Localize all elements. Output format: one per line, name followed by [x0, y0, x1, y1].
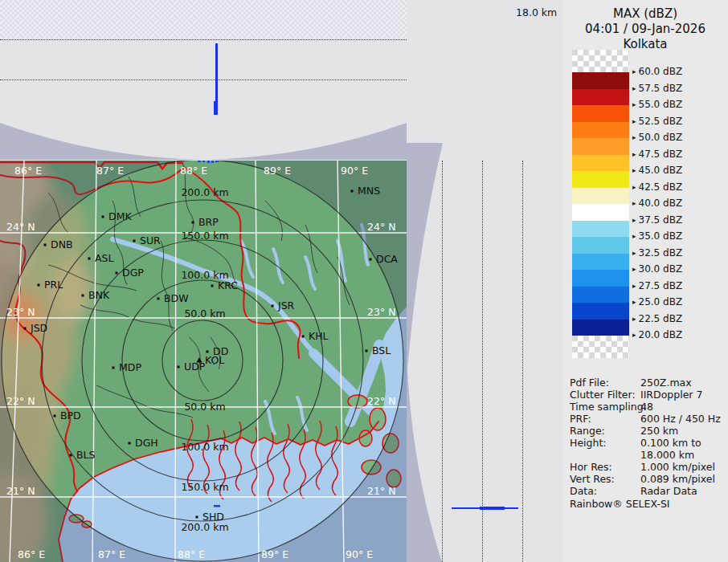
software-brand: Rainbow® SELEX-SI — [570, 498, 670, 510]
range-ring-label: 50.0 km — [184, 401, 225, 413]
info-label: Height: — [570, 437, 640, 449]
city-label: DGP — [122, 267, 144, 279]
scale-tick-arrow: ▸ — [632, 282, 636, 290]
info-value: 1.000 km/pixel — [640, 461, 727, 473]
info-row: Data:Radar Data — [570, 485, 727, 497]
info-row: Time sampling:48 — [570, 401, 727, 413]
city-marker — [178, 366, 180, 369]
height-gridline-v — [442, 161, 443, 562]
city-label: BDW — [164, 292, 189, 304]
wedge-right — [203, 123, 407, 160]
lat-label-right: 24° N — [367, 221, 395, 233]
city-marker — [54, 415, 56, 417]
dbz-color-scale — [572, 50, 629, 358]
city-marker — [133, 240, 136, 242]
info-label: Range: — [570, 425, 640, 437]
height-gridline-v — [522, 161, 523, 562]
city-marker — [24, 328, 27, 330]
city-marker — [102, 216, 104, 218]
city-label: BNK — [88, 289, 110, 301]
radar-map[interactable]: 200.0 km150.0 km100.0 km50.0 km50.0 km10… — [0, 161, 407, 562]
scale-tick: ▸60.0 dBZ — [632, 66, 682, 77]
info-label: Data: — [570, 485, 640, 497]
scale-tick-label: 32.5 dBZ — [639, 247, 683, 259]
lon-label-top: 87° E — [96, 165, 124, 177]
city-marker — [272, 305, 274, 307]
range-ring-label: 200.0 km — [181, 186, 228, 198]
city-marker — [116, 272, 118, 275]
city-label: MNS — [358, 185, 380, 197]
city-marker — [70, 454, 72, 457]
range-ring-label: 150.0 km — [181, 230, 228, 242]
info-row: Height:0.100 km to — [570, 437, 727, 449]
wedge-left — [0, 123, 203, 160]
info-label — [570, 449, 640, 461]
scale-tick-arrow: ▸ — [632, 100, 636, 108]
scale-tick-label: 27.5 dBZ — [639, 280, 683, 291]
info-value: IIRDoppler 7 — [640, 389, 727, 401]
scale-tick: ▸27.5 dBZ — [632, 280, 682, 291]
lon-label-bottom: 87° E — [98, 548, 125, 560]
scale-tick-label: 55.0 dBZ — [639, 99, 683, 110]
scale-tick: ▸47.5 dBZ — [632, 149, 682, 160]
city-label: MDP — [119, 361, 141, 373]
max-height-axis-label: 18.0 km — [516, 6, 557, 18]
info-label: Time sampling: — [570, 401, 640, 413]
info-row: Pdf File:250Z.max — [570, 377, 727, 389]
city-marker — [82, 295, 84, 297]
city-marker — [192, 222, 194, 224]
lat-label-right: 22° N — [367, 395, 395, 407]
no-data-wedge-right — [407, 120, 562, 562]
scale-tick: ▸57.5 dBZ — [632, 83, 682, 94]
scale-tick: ▸42.5 dBZ — [632, 181, 682, 193]
right-projection-panel — [407, 120, 562, 562]
wedge-cone — [407, 143, 443, 562]
legend-header: MAX (dBZ) 04:01 / 09-Jan-2026 Kolkata — [562, 6, 728, 52]
height-gridline-v — [482, 161, 483, 562]
scale-tick: ▸22.5 dBZ — [632, 313, 682, 324]
radar-app-window: 18.0 km 0.1 km — [0, 0, 728, 562]
scale-tick-label: 57.5 dBZ — [639, 83, 683, 94]
scale-tick-arrow: ▸ — [632, 315, 636, 323]
city-marker — [129, 442, 131, 445]
city-marker — [207, 351, 209, 353]
scale-tick-label: 35.0 dBZ — [639, 230, 683, 242]
echo-row-trace-thick — [480, 507, 505, 510]
scale-tick-arrow: ▸ — [632, 216, 636, 224]
info-value: 0.100 km to — [640, 437, 727, 449]
scale-tick-arrow: ▸ — [632, 331, 636, 339]
scale-tick-arrow: ▸ — [632, 84, 636, 92]
lat-label-right: 23° N — [367, 306, 395, 318]
scale-tick: ▸55.0 dBZ — [632, 99, 682, 110]
scale-tick-label: 25.0 dBZ — [639, 296, 683, 307]
info-value: 0.089 km/pixel — [640, 473, 727, 485]
scan-cone-top-strip — [0, 120, 407, 161]
info-label: Pdf File: — [570, 377, 640, 389]
scale-tick-arrow: ▸ — [632, 133, 636, 141]
city-marker — [157, 298, 160, 300]
scale-tick: ▸37.5 dBZ — [632, 214, 682, 226]
range-ring-label: 150.0 km — [181, 481, 228, 493]
scale-tick-label: 50.0 dBZ — [639, 132, 683, 143]
scale-tick-label: 20.0 dBZ — [639, 329, 683, 340]
info-value: 48 — [640, 401, 727, 413]
city-marker — [88, 258, 91, 260]
range-ring-label: 50.0 km — [184, 307, 225, 320]
city-label: DNB — [51, 238, 73, 250]
lon-label-top: 86° E — [14, 165, 42, 177]
product-info-block: Pdf File:250Z.maxClutter Filter:IIRDoppl… — [570, 377, 727, 497]
city-marker — [211, 285, 214, 287]
echo-column-trace-thick — [214, 101, 218, 115]
info-row: Range:250 km — [570, 425, 727, 437]
city-label: BRP — [198, 216, 219, 228]
city-label: BPD — [60, 409, 81, 422]
scale-tick: ▸20.0 dBZ — [632, 329, 682, 340]
scale-tick-label: 40.0 dBZ — [639, 198, 683, 209]
scale-tick-label: 60.0 dBZ — [639, 66, 683, 77]
top-projection-panel — [0, 0, 407, 120]
lon-label-bottom: 88° E — [178, 548, 205, 560]
info-label: Clutter Filter: — [570, 389, 640, 401]
info-row: Clutter Filter:IIRDoppler 7 — [570, 389, 727, 401]
info-row: 18.000 km — [570, 449, 727, 461]
info-value: 250Z.max — [640, 377, 727, 389]
